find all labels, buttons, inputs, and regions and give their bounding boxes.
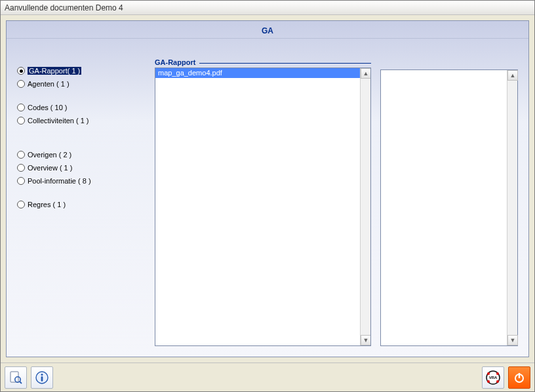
group-divider	[199, 63, 371, 64]
file-listbox[interactable]: map_ga_demo4.pdf ▲ ▼	[155, 68, 371, 346]
svg-point-7	[487, 372, 490, 375]
category-label: Overview ( 1 )	[28, 164, 72, 172]
file-item[interactable]: map_ga_demo4.pdf	[155, 68, 360, 78]
panel-title: GA	[262, 26, 273, 35]
svg-point-10	[496, 380, 499, 383]
category-item[interactable]: Regres ( 1 )	[17, 199, 155, 210]
preview-document-button[interactable]	[5, 366, 27, 389]
category-gap	[17, 188, 155, 197]
main-panel: GA GA-Rapport( 1 )Agenten ( 1 )Codes ( 1…	[6, 20, 529, 357]
category-item[interactable]: Pool-informatie ( 8 )	[17, 175, 155, 187]
radio-icon	[17, 201, 25, 208]
radio-icon	[17, 164, 25, 172]
svg-line-2	[20, 382, 22, 383]
category-gap	[17, 138, 155, 147]
panel-body: GA-Rapport( 1 )Agenten ( 1 )Codes ( 10 )…	[7, 39, 528, 357]
category-label: Agenten ( 1 )	[28, 80, 69, 88]
category-label: Codes ( 10 )	[28, 104, 68, 111]
vra-icon: VRA	[485, 369, 502, 386]
content-area: GA GA-Rapport( 1 )Agenten ( 1 )Codes ( 1…	[1, 15, 534, 363]
category-item[interactable]: Collectiviteiten ( 1 )	[17, 115, 155, 127]
category-label: GA-Rapport( 1 )	[28, 67, 81, 75]
svg-point-4	[41, 374, 43, 376]
file-group-text: GA-Rapport	[155, 58, 195, 66]
power-icon	[513, 371, 526, 384]
scroll-down-icon[interactable]: ▼	[507, 335, 518, 345]
category-gap	[17, 128, 155, 137]
scroll-up-icon[interactable]: ▲	[361, 68, 371, 79]
scroll-up-icon[interactable]: ▲	[507, 70, 518, 81]
category-item[interactable]: Codes ( 10 )	[17, 102, 155, 113]
radio-icon	[17, 67, 25, 75]
category-label: Overigen ( 2 )	[28, 151, 71, 159]
file-column: GA-Rapport map_ga_demo4.pdf ▲ ▼	[155, 58, 371, 346]
titlebar: Aanvullende documenten Demo 4	[1, 1, 534, 15]
vra-button[interactable]: VRA	[482, 366, 504, 389]
category-label: Regres ( 1 )	[28, 201, 66, 208]
preview-column: ▲ ▼	[380, 69, 518, 346]
radio-icon	[17, 80, 25, 88]
category-label: Collectiviteiten ( 1 )	[28, 117, 89, 125]
category-item[interactable]: Overview ( 1 )	[17, 162, 155, 174]
preview-scrollbar[interactable]: ▲ ▼	[507, 70, 517, 345]
category-label: Pool-informatie ( 8 )	[28, 177, 91, 185]
info-icon	[35, 370, 49, 385]
file-group-label: GA-Rapport	[155, 58, 371, 66]
radio-icon	[17, 117, 25, 125]
window-title: Aanvullende documenten Demo 4	[5, 3, 123, 12]
radio-icon	[17, 177, 25, 185]
radio-icon	[17, 151, 25, 159]
listbox-scrollbar[interactable]: ▲ ▼	[360, 68, 370, 345]
svg-rect-5	[41, 376, 43, 382]
scroll-down-icon[interactable]: ▼	[361, 335, 371, 345]
svg-text:VRA: VRA	[489, 376, 498, 380]
document-magnify-icon	[9, 370, 23, 385]
preview-pane: ▲ ▼	[380, 69, 518, 346]
category-item[interactable]: GA-Rapport( 1 )	[17, 65, 155, 77]
window: Aanvullende documenten Demo 4 GA GA-Rapp…	[0, 0, 535, 392]
category-item[interactable]: Overigen ( 2 )	[17, 149, 155, 161]
category-list: GA-Rapport( 1 )Agenten ( 1 )Codes ( 10 )…	[17, 58, 155, 346]
category-gap	[17, 91, 155, 100]
close-button[interactable]	[508, 366, 530, 389]
svg-point-8	[496, 372, 499, 375]
svg-point-9	[487, 380, 490, 383]
panel-header: GA	[7, 21, 528, 39]
radio-icon	[17, 104, 25, 111]
category-item[interactable]: Agenten ( 1 )	[17, 78, 155, 90]
info-button[interactable]	[31, 366, 53, 389]
toolbar: VRA	[1, 363, 534, 391]
